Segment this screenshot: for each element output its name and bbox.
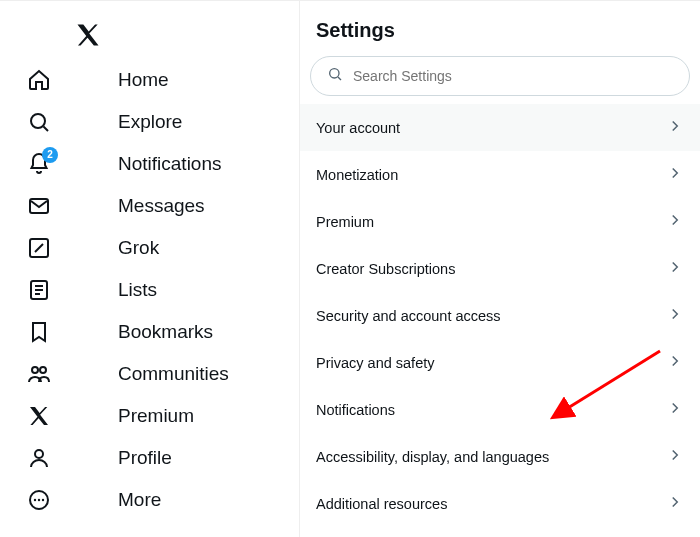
row-privacy-safety[interactable]: Privacy and safety	[300, 339, 700, 386]
row-label: Creator Subscriptions	[316, 261, 455, 277]
nav-label: Notifications	[118, 153, 222, 175]
chevron-right-icon	[666, 446, 684, 467]
nav-label: Explore	[118, 111, 182, 133]
nav-messages[interactable]: Messages	[0, 185, 299, 227]
row-accessibility-display-languages[interactable]: Accessibility, display, and languages	[300, 433, 700, 480]
settings-list: Your account Monetization Premium Creato…	[300, 104, 700, 527]
search-input[interactable]	[353, 68, 673, 84]
nav-notifications[interactable]: 2 Notifications	[0, 143, 299, 185]
bookmark-icon	[26, 319, 52, 345]
communities-icon	[26, 361, 52, 387]
row-premium[interactable]: Premium	[300, 198, 700, 245]
nav-label: Messages	[118, 195, 205, 217]
row-notifications[interactable]: Notifications	[300, 386, 700, 433]
nav-list: Home Explore 2 Notifications Messages Gr…	[0, 59, 299, 521]
search-container	[300, 56, 700, 104]
chevron-right-icon	[666, 164, 684, 185]
row-monetization[interactable]: Monetization	[300, 151, 700, 198]
nav-home[interactable]: Home	[0, 59, 299, 101]
row-label: Your account	[316, 120, 400, 136]
chevron-right-icon	[666, 493, 684, 514]
row-label: Monetization	[316, 167, 398, 183]
nav-bookmarks[interactable]: Bookmarks	[0, 311, 299, 353]
nav-grok[interactable]: Grok	[0, 227, 299, 269]
page-title: Settings	[300, 19, 700, 56]
sidebar: Home Explore 2 Notifications Messages Gr…	[0, 1, 300, 537]
nav-label: Profile	[118, 447, 172, 469]
chevron-right-icon	[666, 399, 684, 420]
nav-label: Bookmarks	[118, 321, 213, 343]
settings-panel: Settings Your account Monetization Premi…	[300, 1, 700, 537]
profile-icon	[26, 445, 52, 471]
search-box[interactable]	[310, 56, 690, 96]
nav-more[interactable]: More	[0, 479, 299, 521]
x-icon	[26, 403, 52, 429]
row-creator-subscriptions[interactable]: Creator Subscriptions	[300, 245, 700, 292]
nav-label: Premium	[118, 405, 194, 427]
logo[interactable]	[0, 15, 299, 59]
nav-premium[interactable]: Premium	[0, 395, 299, 437]
nav-lists[interactable]: Lists	[0, 269, 299, 311]
nav-label: Communities	[118, 363, 229, 385]
bell-icon: 2	[26, 151, 52, 177]
chevron-right-icon	[666, 305, 684, 326]
row-label: Notifications	[316, 402, 395, 418]
home-icon	[26, 67, 52, 93]
mail-icon	[26, 193, 52, 219]
more-icon	[26, 487, 52, 513]
grok-icon	[26, 235, 52, 261]
row-security-access[interactable]: Security and account access	[300, 292, 700, 339]
row-label: Security and account access	[316, 308, 501, 324]
nav-explore[interactable]: Explore	[0, 101, 299, 143]
row-label: Additional resources	[316, 496, 447, 512]
nav-profile[interactable]: Profile	[0, 437, 299, 479]
search-icon	[327, 66, 343, 86]
nav-label: Lists	[118, 279, 157, 301]
search-icon	[26, 109, 52, 135]
row-additional-resources[interactable]: Additional resources	[300, 480, 700, 527]
notifications-badge: 2	[42, 147, 58, 163]
app-root: Home Explore 2 Notifications Messages Gr…	[0, 0, 700, 537]
chevron-right-icon	[666, 258, 684, 279]
chevron-right-icon	[666, 211, 684, 232]
chevron-right-icon	[666, 352, 684, 373]
nav-label: Grok	[118, 237, 159, 259]
chevron-right-icon	[666, 117, 684, 138]
x-logo-icon	[74, 21, 102, 49]
nav-label: Home	[118, 69, 169, 91]
nav-label: More	[118, 489, 161, 511]
row-label: Accessibility, display, and languages	[316, 449, 549, 465]
nav-communities[interactable]: Communities	[0, 353, 299, 395]
lists-icon	[26, 277, 52, 303]
row-label: Premium	[316, 214, 374, 230]
row-your-account[interactable]: Your account	[300, 104, 700, 151]
row-label: Privacy and safety	[316, 355, 434, 371]
